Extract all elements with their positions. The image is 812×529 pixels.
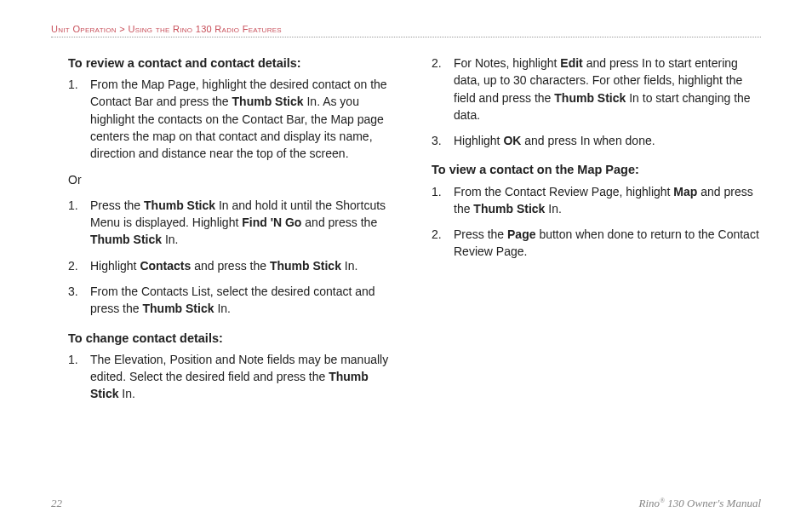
- or-separator: Or: [68, 171, 397, 188]
- list-item: 2. Press the Page button when done to re…: [432, 226, 761, 261]
- page-number: 22: [51, 497, 62, 510]
- page-footer: 22 Rino® 130 Owner's Manual: [51, 497, 761, 510]
- list-item: 3. From the Contacts List, select the de…: [68, 283, 397, 318]
- breadcrumb: Unit Operation > Using the Rino 130 Radi…: [51, 24, 761, 34]
- breadcrumb-section: Unit Operation: [51, 24, 117, 34]
- list-item: 1. The Elevation, Position and Note fiel…: [68, 351, 397, 403]
- column-left: To review a contact and contact details:…: [68, 55, 397, 411]
- list-text: For Notes, highlight Edit and press In t…: [454, 55, 761, 124]
- list-text: Highlight OK and press In when done.: [454, 132, 761, 149]
- list-item: 1. From the Contact Review Page, highlig…: [432, 183, 761, 218]
- list-text: From the Map Page, highlight the desired…: [90, 76, 397, 162]
- list-number: 3.: [68, 283, 90, 318]
- list-text: From the Contacts List, select the desir…: [90, 283, 397, 318]
- list-item: 1. From the Map Page, highlight the desi…: [68, 76, 397, 162]
- list-number: 1.: [432, 183, 454, 218]
- list-text: Press the Thumb Stick In and hold it unt…: [90, 197, 397, 249]
- list-number: 2.: [432, 55, 454, 124]
- list-number: 1.: [68, 351, 90, 403]
- heading-change-contact: To change contact details:: [68, 330, 397, 348]
- list-item: 2. For Notes, highlight Edit and press I…: [432, 55, 761, 124]
- list-text: Highlight Contacts and press the Thumb S…: [90, 257, 397, 274]
- column-right: 2. For Notes, highlight Edit and press I…: [432, 55, 761, 411]
- list-number: 2.: [432, 226, 454, 261]
- list-item: 2. Highlight Contacts and press the Thum…: [68, 257, 397, 274]
- list-number: 3.: [432, 132, 454, 149]
- breadcrumb-subsection: Using the Rino 130 Radio Features: [128, 24, 282, 34]
- heading-review-contact: To review a contact and contact details:: [68, 55, 397, 72]
- list-number: 1.: [68, 197, 90, 249]
- list-item: 1. Press the Thumb Stick In and hold it …: [68, 197, 397, 249]
- list-item: 3. Highlight OK and press In when done.: [432, 132, 761, 149]
- header-divider: [51, 37, 761, 37]
- list-text: Press the Page button when done to retur…: [454, 226, 761, 261]
- list-text: From the Contact Review Page, highlight …: [454, 183, 761, 218]
- content-columns: To review a contact and contact details:…: [51, 55, 761, 411]
- heading-view-contact: To view a contact on the Map Page:: [432, 161, 761, 179]
- list-number: 2.: [68, 257, 90, 274]
- list-text: The Elevation, Position and Note fields …: [90, 351, 397, 403]
- breadcrumb-sep: >: [117, 24, 128, 34]
- list-number: 1.: [68, 76, 90, 162]
- manual-title: Rino® 130 Owner's Manual: [638, 497, 761, 510]
